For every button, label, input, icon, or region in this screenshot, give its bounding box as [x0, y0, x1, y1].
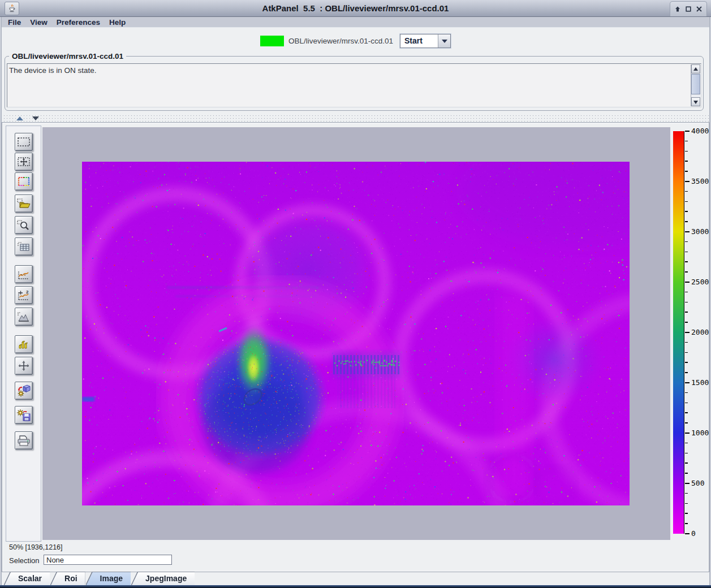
color-settings-button[interactable] — [15, 172, 33, 191]
colorbar-tick — [685, 453, 688, 454]
tab-scalar[interactable]: Scalar — [5, 572, 50, 585]
tab-label: Scalar — [5, 572, 50, 583]
tab-label: Roi — [51, 572, 85, 583]
colorbar-tick — [685, 493, 688, 494]
minimize-button[interactable] — [673, 5, 683, 14]
status-text: The device is in ON state. — [9, 66, 97, 75]
scroll-down-icon[interactable] — [691, 97, 700, 106]
close-icon — [696, 6, 703, 12]
colorbar-tick — [685, 412, 688, 413]
window-bottom-edge — [0, 585, 711, 588]
zoom-icon — [16, 219, 31, 231]
colorbar-tick — [685, 282, 690, 283]
maximize-button[interactable] — [683, 5, 693, 14]
arrow-up-icon — [674, 6, 681, 12]
colorbar-tick — [685, 261, 688, 262]
select-region-button[interactable] — [15, 133, 33, 151]
tabbar: ScalarRoiImageJpegImage — [5, 572, 709, 585]
divider-collapse-down-icon[interactable] — [32, 116, 39, 120]
atkpanel-window: AtkPanel 5.5 : OBL/liveviewer/mrsv.01-cc… — [0, 0, 711, 588]
colorbar-tick — [685, 352, 688, 353]
bars-3d-icon — [16, 338, 31, 351]
titlebar[interactable]: AtkPanel 5.5 : OBL/liveviewer/mrsv.01-cc… — [0, 0, 711, 17]
colorbar-tick — [685, 292, 688, 293]
colorbar-label: 2500 — [691, 278, 709, 286]
bar-stats-button[interactable] — [15, 335, 33, 353]
image-viewport[interactable] — [42, 127, 670, 540]
image-settings-button[interactable] — [15, 382, 33, 400]
print-button[interactable] — [15, 431, 33, 449]
colorbar-label: 1000 — [691, 429, 709, 437]
colorbar-tick — [685, 191, 688, 192]
combo-arrow-button[interactable] — [438, 34, 450, 47]
menu-item-file[interactable]: File — [5, 18, 24, 27]
colorbar-tick — [685, 392, 688, 394]
colorbar-tick — [685, 141, 688, 142]
colorbar-tick — [685, 523, 688, 524]
scroll-up-icon[interactable] — [691, 64, 700, 74]
colorbar-tick — [685, 322, 688, 323]
values-table-button[interactable] — [15, 237, 33, 256]
colorbar-tick — [685, 221, 688, 222]
svg-text:2: 2 — [26, 289, 29, 295]
colorbar-tick — [685, 271, 688, 273]
tab-jpegimage[interactable]: JpegImage — [132, 572, 195, 585]
status-textarea[interactable]: The device is in ON state. — [7, 63, 701, 107]
menu-item-view[interactable]: View — [27, 18, 51, 27]
zoom-info: 50% [1936,1216] — [9, 543, 63, 551]
colorbar-tick — [685, 332, 690, 333]
axes-settings-button[interactable] — [15, 357, 33, 375]
colorbar-ticks — [685, 131, 690, 534]
colorbar-tick — [685, 513, 688, 514]
colorbar-tick — [685, 171, 688, 172]
axes-icon — [16, 360, 31, 372]
tab-roi[interactable]: Roi — [51, 572, 85, 585]
tab-image[interactable]: Image — [87, 572, 131, 585]
command-combobox[interactable]: Start — [400, 34, 451, 48]
status-scrollbar[interactable] — [691, 64, 700, 106]
scrollbar-thumb[interactable] — [691, 74, 700, 94]
line-profile-button[interactable] — [15, 265, 33, 283]
window-controls — [670, 1, 707, 16]
close-button[interactable] — [694, 5, 704, 14]
split-divider[interactable] — [2, 115, 709, 122]
maximize-icon — [685, 6, 692, 12]
zoom-region-button[interactable] — [15, 216, 33, 234]
colorbar-gradient — [673, 131, 684, 534]
colorbar-label: 3000 — [691, 227, 709, 236]
save-settings-button[interactable] — [15, 406, 33, 424]
menu-item-preferences[interactable]: Preferences — [53, 18, 104, 27]
colorbar-tick — [685, 211, 688, 212]
colorbar-tick — [685, 403, 688, 404]
chevron-down-icon — [442, 40, 447, 43]
status-groupbox-title: OBL/liveviewer/mrsv.01-ccd.01 — [9, 52, 126, 60]
colorbar-tick — [685, 372, 688, 373]
menu-item-help[interactable]: Help — [106, 18, 129, 27]
colorbar-labels: 40003500300025002000150010005000 — [691, 131, 711, 534]
colorbar-tick — [685, 382, 690, 383]
colormap-icon — [16, 175, 31, 188]
histogram-button[interactable] — [15, 308, 33, 326]
colorbar-tick — [685, 433, 690, 434]
colorbar-label: 0 — [691, 529, 696, 538]
load-image-button[interactable] — [15, 194, 33, 213]
divider-collapse-up-icon[interactable] — [16, 116, 23, 120]
colorbar-tick — [685, 241, 688, 243]
colorbar-tick — [685, 201, 688, 202]
move-region-button[interactable] — [15, 153, 33, 171]
colorbar-tick — [685, 342, 688, 343]
colorbar-tick — [685, 483, 690, 484]
selection-input[interactable] — [44, 555, 172, 565]
window-title: AtkPanel 5.5 : OBL/liveviewer/mrsv.01-cc… — [0, 0, 711, 17]
colorbar-tick — [685, 473, 688, 474]
image-toolbar: 2 — [6, 126, 41, 542]
cross-profile-button[interactable]: 2 — [15, 286, 33, 304]
ccd-image[interactable] — [82, 162, 630, 505]
selection-label: Selection — [9, 556, 39, 565]
command-selected-value: Start — [400, 34, 438, 47]
colorbar-tick — [685, 151, 688, 152]
colorbar-tick — [685, 161, 688, 162]
colorbar-tick — [685, 443, 688, 444]
colorbar-tick — [685, 503, 688, 504]
colorbar-label: 2000 — [691, 328, 709, 336]
